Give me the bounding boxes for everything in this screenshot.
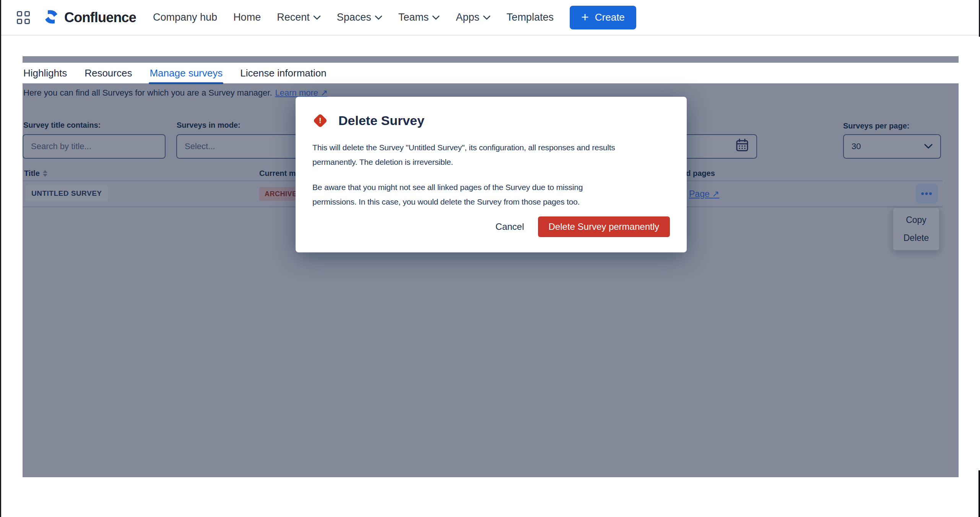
app-switcher-icon[interactable] xyxy=(17,11,30,24)
plus-icon: + xyxy=(581,10,589,23)
tab-license-information[interactable]: License information xyxy=(240,67,326,79)
chevron-down-icon xyxy=(375,15,382,20)
chevron-down-icon xyxy=(483,15,491,20)
window-left-edge xyxy=(0,0,1,517)
confluence-window: Confluence Company hub Home Recent Space… xyxy=(0,0,980,517)
tab-highlights[interactable]: Highlights xyxy=(23,67,67,79)
modal-footer: Cancel Delete Survey permanently xyxy=(496,216,670,237)
warning-icon: ! xyxy=(312,113,328,128)
create-button[interactable]: + Create xyxy=(570,6,636,29)
nav-item-spaces[interactable]: Spaces xyxy=(337,11,382,23)
modal-title: Delete Survey xyxy=(338,113,424,128)
nav-item-teams[interactable]: Teams xyxy=(398,11,440,23)
delete-permanently-button[interactable]: Delete Survey permanently xyxy=(538,216,670,237)
chevron-down-icon xyxy=(432,15,440,20)
dimmed-strip xyxy=(23,56,959,63)
nav-item-recent[interactable]: Recent xyxy=(277,11,321,23)
confluence-logo[interactable]: Confluence xyxy=(43,8,136,27)
top-navbar: Confluence Company hub Home Recent Space… xyxy=(0,0,980,36)
modal-paragraph-2: Be aware that you might not see all link… xyxy=(312,180,670,209)
nav-item-home[interactable]: Home xyxy=(233,11,261,23)
nav-item-company-hub[interactable]: Company hub xyxy=(153,11,217,23)
modal-paragraph-1: This will delete the Survey "Untitled Su… xyxy=(312,140,670,169)
chevron-down-icon xyxy=(313,15,321,20)
confluence-logo-icon xyxy=(43,8,60,27)
cancel-button[interactable]: Cancel xyxy=(496,221,524,232)
tab-resources[interactable]: Resources xyxy=(85,67,132,79)
modal-header: ! Delete Survey xyxy=(312,113,670,128)
app-tabs: Highlights Resources Manage surveys Lice… xyxy=(23,63,327,83)
nav-item-apps[interactable]: Apps xyxy=(456,11,491,23)
tab-manage-surveys[interactable]: Manage surveys xyxy=(150,67,223,79)
delete-survey-modal: ! Delete Survey This will delete the Sur… xyxy=(296,97,687,252)
scrollbar-fragment xyxy=(978,470,980,517)
logo-text: Confluence xyxy=(64,10,136,26)
nav-item-templates[interactable]: Templates xyxy=(507,11,554,23)
